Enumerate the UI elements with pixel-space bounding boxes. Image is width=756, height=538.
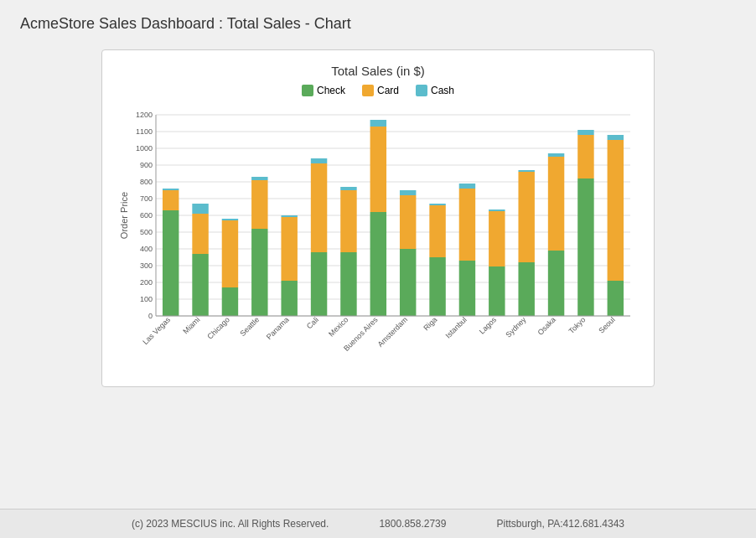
bar-cash-0 <box>163 189 179 190</box>
bar-check-8 <box>400 249 416 316</box>
bar-card-15 <box>608 140 624 281</box>
chart-title: Total Sales (in $) <box>119 64 637 78</box>
x-label-15: Seoul <box>597 315 616 334</box>
bar-card-9 <box>429 205 445 257</box>
bar-cash-1 <box>192 204 208 214</box>
bar-check-15 <box>608 281 624 316</box>
x-label-3: Seattle <box>238 315 261 338</box>
bar-check-12 <box>518 262 534 316</box>
x-label-0: Las Vegas <box>141 315 172 346</box>
bar-cash-13 <box>548 153 564 157</box>
svg-text:600: 600 <box>140 211 153 220</box>
legend-label-check: Check <box>317 85 345 96</box>
legend-item-cash: Cash <box>416 85 454 96</box>
bar-cash-10 <box>459 184 475 189</box>
bar-check-6 <box>340 252 356 316</box>
legend-label-cash: Cash <box>431 85 454 96</box>
bar-card-6 <box>340 190 356 252</box>
legend-swatch-card <box>362 85 374 96</box>
bar-cash-9 <box>429 204 445 205</box>
bar-check-13 <box>548 251 564 316</box>
bar-cash-8 <box>400 190 416 195</box>
x-label-12: Sydney <box>504 315 528 339</box>
x-label-13: Osaka <box>536 315 557 336</box>
svg-text:300: 300 <box>140 261 153 270</box>
svg-text:200: 200 <box>140 278 153 287</box>
bar-card-10 <box>459 189 475 261</box>
bar-card-3 <box>251 180 267 229</box>
chart-card: Total Sales (in $) CheckCardCash 0100200… <box>101 49 655 387</box>
bar-check-9 <box>429 257 445 316</box>
bar-cash-4 <box>281 215 297 217</box>
svg-text:0: 0 <box>148 312 153 320</box>
svg-text:1200: 1200 <box>136 111 153 119</box>
bar-cash-5 <box>311 158 327 163</box>
bar-card-14 <box>577 135 593 178</box>
bar-card-5 <box>311 163 327 252</box>
svg-text:100: 100 <box>140 295 153 303</box>
footer-copyright: (c) 2023 MESCIUS inc. All Rights Reserve… <box>132 518 329 530</box>
bar-cash-14 <box>577 130 593 135</box>
bar-cash-2 <box>222 219 238 220</box>
bar-card-2 <box>222 220 238 287</box>
bar-card-13 <box>548 157 564 251</box>
x-label-8: Amsterdam <box>375 315 409 349</box>
bar-cash-12 <box>518 170 534 172</box>
bar-cash-7 <box>370 120 386 127</box>
bar-card-4 <box>281 217 297 281</box>
bar-check-3 <box>251 229 267 316</box>
y-axis-label: Order Price <box>119 192 129 239</box>
x-label-6: Mexico <box>327 315 350 338</box>
bar-cash-15 <box>608 135 624 140</box>
legend-item-card: Card <box>362 85 399 96</box>
bar-cash-6 <box>340 187 356 190</box>
bar-check-2 <box>222 287 238 316</box>
bar-card-11 <box>489 211 505 266</box>
chart-area: 0100200300400500600700800900100011001200… <box>119 106 637 370</box>
x-label-4: Panama <box>265 315 291 341</box>
footer-phone: 1800.858.2739 <box>379 518 446 530</box>
x-label-10: Istanbul <box>443 315 468 339</box>
bar-card-1 <box>192 214 208 254</box>
bar-check-4 <box>281 281 297 316</box>
legend-item-check: Check <box>302 85 345 96</box>
legend-swatch-cash <box>416 85 427 96</box>
svg-text:700: 700 <box>140 194 153 203</box>
bar-card-12 <box>518 172 534 262</box>
bar-check-5 <box>311 252 327 316</box>
svg-text:1000: 1000 <box>136 144 153 153</box>
bar-card-7 <box>370 127 386 212</box>
x-label-5: Cali <box>305 315 320 330</box>
svg-text:900: 900 <box>140 161 153 169</box>
x-label-11: Lagos <box>478 315 499 336</box>
main-content: Total Sales (in $) CheckCardCash 0100200… <box>0 41 756 509</box>
x-label-2: Chicago <box>205 315 230 340</box>
bar-check-7 <box>370 212 386 316</box>
bar-check-0 <box>163 210 179 316</box>
svg-text:400: 400 <box>140 245 153 253</box>
legend-label-card: Card <box>377 85 399 96</box>
page-title: AcmeStore Sales Dashboard : Total Sales … <box>20 15 351 32</box>
svg-text:500: 500 <box>140 228 153 236</box>
footer-inner: (c) 2023 MESCIUS inc. All Rights Reserve… <box>0 518 756 530</box>
app-container: AcmeStore Sales Dashboard : Total Sales … <box>0 0 756 538</box>
x-label-1: Miami <box>181 315 201 335</box>
legend-swatch-check <box>302 85 313 96</box>
bar-cash-3 <box>251 177 267 180</box>
bar-cash-11 <box>489 210 505 211</box>
bar-check-11 <box>489 266 505 316</box>
x-label-14: Tokyo <box>567 315 588 335</box>
chart-svg: 0100200300400500600700800900100011001200… <box>119 106 639 366</box>
bar-check-10 <box>459 261 475 316</box>
svg-text:1100: 1100 <box>136 127 153 136</box>
bar-card-8 <box>400 195 416 249</box>
chart-legend: CheckCardCash <box>119 85 637 96</box>
bar-check-1 <box>192 254 208 316</box>
bar-check-14 <box>577 178 593 316</box>
footer-address: Pittsburgh, PA:412.681.4343 <box>496 518 624 530</box>
x-label-9: Riga <box>422 315 438 332</box>
title-bar: AcmeStore Sales Dashboard : Total Sales … <box>0 0 756 41</box>
footer: (c) 2023 MESCIUS inc. All Rights Reserve… <box>0 509 756 538</box>
bar-card-0 <box>163 190 179 210</box>
svg-text:800: 800 <box>140 178 153 186</box>
